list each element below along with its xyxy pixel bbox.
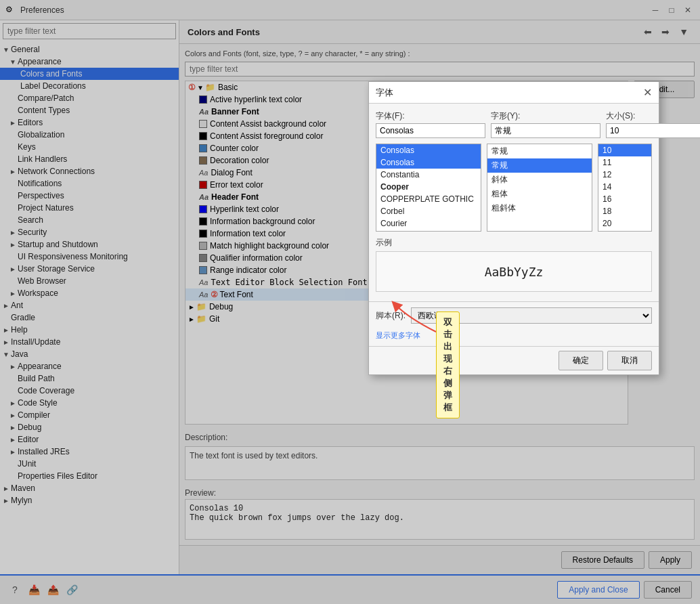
- dialog-ok-button[interactable]: 确定: [559, 351, 603, 370]
- dialog-preview-box: AaBbYyZz: [376, 251, 652, 292]
- dialog-lists-row: Consolas Consolas Constantia Cooper COPP…: [376, 144, 652, 232]
- style-input[interactable]: [491, 123, 600, 138]
- size-col: 大小(S):: [606, 110, 700, 138]
- dialog-preview-label: 示例: [376, 237, 652, 249]
- font-list-item-constantia[interactable]: Constantia: [376, 169, 481, 181]
- style-item-bold-italic[interactable]: 粗斜体: [487, 201, 592, 215]
- style-list: 常规 常规 斜体 粗体 粗斜体: [487, 144, 592, 232]
- font-list: Consolas Consolas Constantia Cooper COPP…: [376, 144, 481, 232]
- font-list-item-copperplate[interactable]: COPPERPLATE GOTHIC: [376, 193, 481, 205]
- font-list-item-courier-new[interactable]: Courier New: [376, 230, 481, 232]
- dialog-close-button[interactable]: ✕: [643, 86, 652, 99]
- dialog-action-buttons: 确定 取消: [369, 346, 659, 374]
- callout-line1: 双击出现: [443, 316, 452, 365]
- style-col: 字形(Y):: [491, 110, 600, 138]
- size-label: 大小(S):: [606, 110, 700, 122]
- font-list-item-cooper[interactable]: Cooper: [376, 181, 481, 193]
- size-item-10[interactable]: 10: [598, 144, 651, 156]
- size-item-11[interactable]: 11: [598, 156, 651, 169]
- dialog-title: 字体: [376, 87, 393, 99]
- callout-line2: 右侧弹框: [443, 365, 452, 414]
- size-list: 10 11 12 14 16 18 20: [598, 144, 652, 232]
- style-list-col: 常规 常规 斜体 粗体 粗斜体: [487, 144, 592, 232]
- dialog-preview-section: 示例 AaBbYyZz: [376, 237, 652, 295]
- font-input[interactable]: [376, 123, 485, 138]
- size-input[interactable]: [606, 123, 700, 138]
- font-label: 字体(F):: [376, 110, 485, 122]
- font-list-item-consolas[interactable]: Consolas: [376, 156, 481, 169]
- dialog-body: 字体(F): 字形(Y): 大小(S): Consolas: [369, 104, 659, 301]
- dialog-preview-text: AaBbYyZz: [485, 265, 544, 279]
- dialog-cancel-button[interactable]: 取消: [607, 351, 652, 370]
- style-item-regular-top[interactable]: 常规: [487, 144, 592, 158]
- font-list-col: Consolas Consolas Constantia Cooper COPP…: [376, 144, 481, 232]
- font-dialog-overlay: 字体 ✕ 字体(F): 字形(Y): 大小(S):: [0, 0, 700, 604]
- font-list-item-corbel[interactable]: Corbel: [376, 205, 481, 217]
- size-item-20[interactable]: 20: [598, 217, 651, 230]
- size-list-col: 10 11 12 14 16 18 20: [598, 144, 652, 232]
- dialog-input-row: 字体(F): 字形(Y): 大小(S):: [376, 110, 652, 138]
- style-item-regular[interactable]: 常规: [487, 158, 592, 173]
- style-label: 字形(Y):: [491, 110, 600, 122]
- size-item-12[interactable]: 12: [598, 169, 651, 181]
- callout-box: 双击出现 右侧弹框: [436, 311, 460, 418]
- style-item-bold[interactable]: 粗体: [487, 187, 592, 201]
- font-col: 字体(F):: [376, 110, 485, 138]
- dialog-title-bar: 字体 ✕: [369, 82, 659, 104]
- font-list-item-consolas-top[interactable]: Consolas: [376, 144, 481, 156]
- font-list-item-courier[interactable]: Courier: [376, 217, 481, 230]
- size-item-16[interactable]: 16: [598, 193, 651, 205]
- size-item-14[interactable]: 14: [598, 181, 651, 193]
- size-item-18[interactable]: 18: [598, 205, 651, 217]
- callout-arrow: [389, 298, 443, 339]
- style-item-italic[interactable]: 斜体: [487, 173, 592, 187]
